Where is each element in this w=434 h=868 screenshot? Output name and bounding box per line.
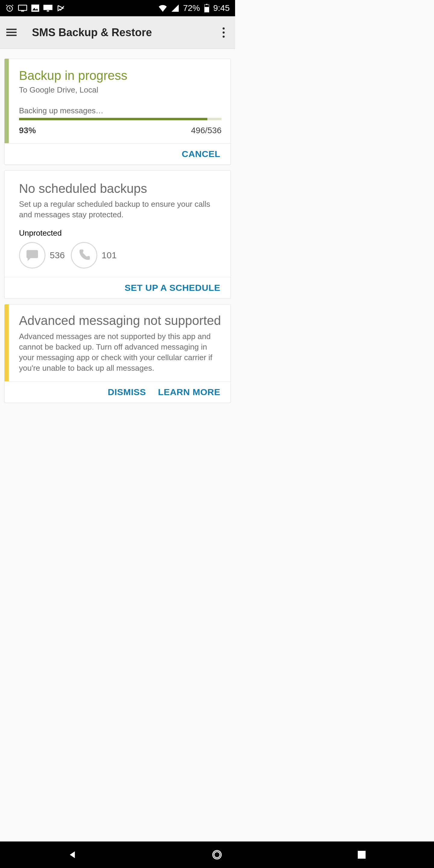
progress-percent: 93% [19, 126, 36, 135]
svg-point-15 [223, 31, 225, 33]
app-bar: SMS Backup & Restore [0, 16, 235, 49]
alarm-icon [5, 4, 14, 12]
message-icon [19, 242, 45, 269]
svg-rect-1 [19, 5, 27, 10]
clock-time: 9:45 [213, 3, 230, 13]
svg-rect-12 [6, 32, 17, 33]
messages-count: 536 [50, 250, 65, 260]
schedule-desc: Set up a regular scheduled backup to ens… [19, 199, 216, 220]
phone-icon [71, 242, 97, 269]
wifi-icon [158, 4, 167, 12]
schedule-card: No scheduled backups Set up a regular sc… [4, 170, 231, 299]
card-accent [4, 304, 9, 381]
play-store-icon [57, 4, 64, 12]
svg-rect-5 [43, 5, 53, 10]
monitor-icon [43, 4, 53, 12]
svg-rect-13 [6, 35, 17, 36]
gallery-icon [31, 4, 39, 12]
backup-title: Backup in progress [19, 68, 221, 83]
svg-point-16 [223, 36, 225, 38]
progress-bar [19, 118, 221, 120]
advanced-messaging-card: Advanced messaging not supported Advance… [4, 304, 231, 403]
cancel-button[interactable]: CANCEL [182, 149, 220, 159]
battery-percent: 72% [183, 3, 200, 13]
cell-signal-icon [172, 4, 179, 12]
schedule-title: No scheduled backups [19, 181, 216, 196]
svg-rect-2 [21, 11, 24, 12]
cast-icon [18, 4, 27, 12]
status-bar: 72% 9:45 [0, 0, 235, 16]
battery-icon [204, 4, 209, 12]
messages-stat: 536 [19, 242, 65, 269]
progress-count: 496/536 [191, 126, 221, 135]
advanced-desc: Advanced messages are not supported by t… [19, 331, 221, 381]
svg-rect-3 [31, 4, 39, 12]
svg-marker-7 [172, 4, 179, 12]
unprotected-label: Unprotected [19, 228, 216, 238]
calls-count: 101 [101, 250, 117, 260]
backup-progress-card: Backup in progress To Google Drive, Loca… [4, 59, 231, 165]
svg-rect-6 [47, 10, 49, 12]
backup-status: Backing up messages… [19, 106, 221, 116]
calls-stat: 101 [71, 242, 117, 269]
backup-destination: To Google Drive, Local [19, 85, 221, 95]
app-title: SMS Backup & Restore [32, 26, 152, 39]
menu-button[interactable] [3, 24, 20, 41]
overflow-menu-button[interactable] [215, 24, 232, 41]
setup-schedule-button[interactable]: SET UP A SCHEDULE [125, 283, 220, 293]
dismiss-button[interactable]: DISMISS [107, 387, 146, 397]
svg-rect-11 [6, 29, 17, 30]
learn-more-button[interactable]: LEARN MORE [158, 387, 220, 397]
advanced-title: Advanced messaging not supported [19, 313, 221, 328]
svg-point-14 [223, 27, 225, 30]
svg-rect-10 [204, 7, 209, 12]
card-accent [4, 59, 9, 143]
